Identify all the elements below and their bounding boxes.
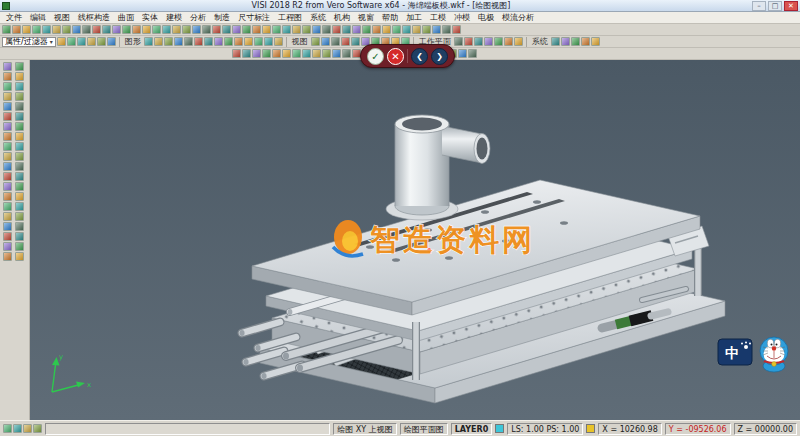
toolbar-icon[interactable] [2,25,11,34]
toolbar-icon[interactable] [454,37,463,46]
toolbar-icon[interactable] [23,424,32,433]
minimize-button[interactable]: – [752,1,766,11]
toolbar-icon[interactable] [142,25,151,34]
toolbar-icon[interactable] [382,25,391,34]
toolbar-icon[interactable] [262,25,271,34]
toolbar-icon[interactable] [3,62,12,71]
menu-item-11[interactable]: 系统 [306,12,330,24]
toolbar-icon[interactable] [15,82,24,91]
toolbar-icon[interactable] [13,424,22,433]
toolbar-icon[interactable] [3,242,12,251]
toolbar-icon[interactable] [474,37,483,46]
status-view[interactable]: 绘图 XY 上视图 [333,423,396,435]
toolbar-icon[interactable] [412,25,421,34]
toolbar-icon[interactable] [174,37,183,46]
menu-item-5[interactable]: 实体 [138,12,162,24]
toolbar-icon[interactable] [242,49,251,58]
toolbar-icon[interactable] [332,49,341,58]
toolbar-icon[interactable] [164,37,173,46]
toolbar-icon[interactable] [3,92,12,101]
toolbar-icon[interactable] [182,25,191,34]
toolbar-icon[interactable] [292,49,301,58]
toolbar-icon[interactable] [15,122,24,131]
toolbar-icon[interactable] [32,25,41,34]
toolbar-icon[interactable] [468,49,477,58]
toolbar-icon[interactable] [15,162,24,171]
menu-item-13[interactable]: 视窗 [354,12,378,24]
toolbar-icon[interactable] [204,37,213,46]
menu-item-3[interactable]: 线框构造 [74,12,114,24]
menu-item-7[interactable]: 分析 [186,12,210,24]
toolbar-icon[interactable] [432,25,441,34]
toolbar-icon[interactable] [162,25,171,34]
toolbar-icon[interactable] [272,25,281,34]
toolbar-icon[interactable] [312,49,321,58]
toolbar-icon[interactable] [551,37,560,46]
confirm-button[interactable]: ✓ [367,48,384,65]
toolbar-icon[interactable] [154,37,163,46]
toolbar-icon[interactable] [202,25,211,34]
toolbar-icon[interactable] [112,25,121,34]
menu-item-8[interactable]: 制造 [210,12,234,24]
toolbar-icon[interactable] [3,82,12,91]
menu-item-16[interactable]: 工模 [426,12,450,24]
toolbar-icon[interactable] [3,232,12,241]
toolbar-icon[interactable] [282,25,291,34]
viewport[interactable]: x y 智造资料网 中 [30,60,800,420]
prev-button[interactable]: ❮ [411,48,428,65]
menu-item-9[interactable]: 尺寸标注 [234,12,274,24]
toolbar-icon[interactable] [442,25,451,34]
toolbar-icon[interactable] [222,25,231,34]
menu-item-2[interactable]: 视图 [50,12,74,24]
toolbar-icon[interactable] [351,37,360,46]
toolbar-icon[interactable] [322,49,331,58]
maximize-button[interactable]: □ [768,1,782,11]
toolbar-icon[interactable] [571,37,580,46]
toolbar-icon[interactable] [581,37,590,46]
menu-item-15[interactable]: 加工 [402,12,426,24]
toolbar-icon[interactable] [15,142,24,151]
toolbar-icon[interactable] [15,202,24,211]
toolbar-icon[interactable] [87,37,96,46]
toolbar-icon[interactable] [458,49,467,58]
cancel-button[interactable]: ✕ [387,48,404,65]
toolbar-icon[interactable] [15,212,24,221]
menu-item-0[interactable]: 文件 [2,12,26,24]
toolbar-icon[interactable] [33,424,42,433]
status-plane[interactable]: 绘图平面图 [400,423,448,435]
toolbar-icon[interactable] [282,49,291,58]
toolbar-icon[interactable] [3,424,12,433]
toolbar-icon[interactable] [252,25,261,34]
toolbar-icon[interactable] [3,252,12,261]
toolbar-icon[interactable] [3,72,12,81]
menu-item-6[interactable]: 建模 [162,12,186,24]
toolbar-icon[interactable] [15,92,24,101]
next-button[interactable]: ❯ [431,48,448,65]
menu-item-17[interactable]: 冲模 [450,12,474,24]
toolbar-icon[interactable] [15,192,24,201]
toolbar-icon[interactable] [362,25,371,34]
toolbar-icon[interactable] [214,37,223,46]
toolbar-icon[interactable] [422,25,431,34]
toolbar-icon[interactable] [514,37,523,46]
menu-item-19[interactable]: 模流分析 [498,12,538,24]
toolbar-icon[interactable] [15,132,24,141]
toolbar-icon[interactable] [452,25,461,34]
toolbar-icon[interactable] [254,37,263,46]
toolbar-icon[interactable] [132,25,141,34]
toolbar-icon[interactable] [15,172,24,181]
toolbar-icon[interactable] [321,37,330,46]
status-scale[interactable]: LS: 1.00 PS: 1.00 [507,423,583,435]
toolbar-icon[interactable] [561,37,570,46]
toolbar-icon[interactable] [15,232,24,241]
toolbar-icon[interactable] [3,132,12,141]
toolbar-icon[interactable] [342,25,351,34]
toolbar-icon[interactable] [342,49,351,58]
toolbar-icon[interactable] [292,25,301,34]
toolbar-icon[interactable] [504,37,513,46]
menu-item-4[interactable]: 曲面 [114,12,138,24]
toolbar-icon[interactable] [341,37,350,46]
toolbar-icon[interactable] [12,25,21,34]
toolbar-icon[interactable] [184,37,193,46]
toolbar-icon[interactable] [102,25,111,34]
